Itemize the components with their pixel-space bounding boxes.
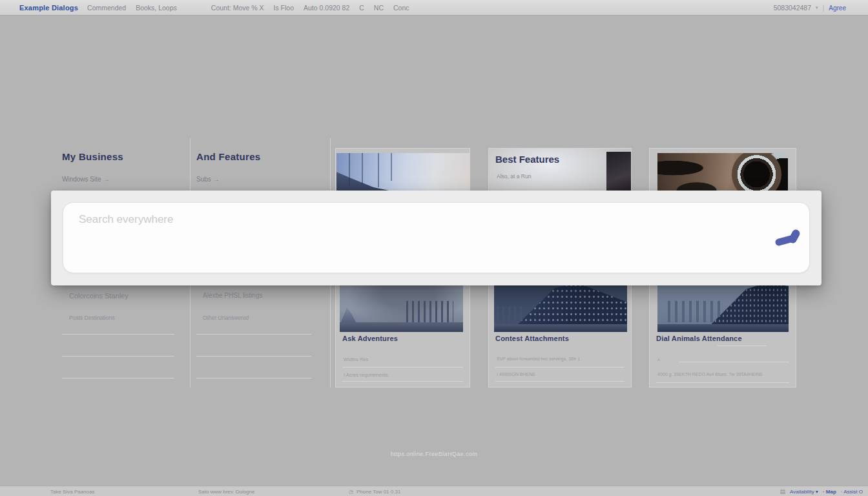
status-bar: Take Siva Paanoas Sato www brev. Dologne… xyxy=(0,486,868,496)
menu-bar: Example Dialogs Commended Books, Loops C… xyxy=(0,0,868,16)
mountain-shape xyxy=(340,301,384,325)
arrow-right-icon: → xyxy=(103,176,110,183)
card-adventures-title[interactable]: Ask Adventures xyxy=(342,335,398,342)
col1-title: My Business xyxy=(62,151,123,162)
status-center: Sato www brev. Dologne xyxy=(198,489,254,495)
cursor-pointer-icon xyxy=(772,224,806,251)
availability-link[interactable]: Availability ▾ xyxy=(790,489,818,495)
menu-items: Commended Books, Loops Count: Move % X I… xyxy=(87,4,409,12)
goggles-thumbnail[interactable] xyxy=(657,153,788,196)
status-time: Phone Tow 01 0.31 xyxy=(356,489,400,495)
divider xyxy=(62,334,174,335)
trees-shape xyxy=(497,306,526,323)
dark-thumbnail[interactable] xyxy=(606,152,631,194)
divider xyxy=(196,334,311,335)
divider xyxy=(495,367,625,367)
divider xyxy=(495,381,625,382)
card-features-title: Best Features xyxy=(495,154,559,165)
app-brand[interactable]: Example Dialogs xyxy=(19,4,78,12)
card-features-row1[interactable]: SVP about forwarded two servings, 38tr 1 xyxy=(497,356,580,361)
menu-item-auto[interactable]: Auto 0.0920 82 xyxy=(304,4,349,12)
menubar-right: 5083042487 ▾ | Agree xyxy=(774,0,846,16)
col2-link[interactable]: Subs→ xyxy=(196,176,220,183)
col1-link[interactable]: Windows Site→ xyxy=(62,176,110,183)
divider xyxy=(196,356,311,356)
menu-item-conc[interactable]: Conc xyxy=(393,4,409,12)
menu-item-c[interactable]: C xyxy=(359,4,364,12)
status-left: Take Siva Paanoas xyxy=(50,489,95,495)
sky-thumbnail[interactable] xyxy=(336,153,470,196)
account-number: 5083042487 xyxy=(774,4,811,12)
pole-shape xyxy=(378,153,379,187)
assist-link[interactable]: · Assist O xyxy=(841,489,863,495)
col2-row2[interactable]: Other Unanswered xyxy=(203,315,249,321)
pole-shape xyxy=(362,153,363,184)
menu-item-isfloo[interactable]: Is Floo xyxy=(274,4,294,12)
col1-row1[interactable]: Colorcoins Stanley xyxy=(69,292,129,300)
card-features-bottom-title[interactable]: Contest Attachments xyxy=(495,335,569,342)
search-dialog xyxy=(51,191,822,285)
divider xyxy=(342,367,463,367)
divider xyxy=(62,378,174,378)
clock-icon: ◷ xyxy=(349,489,353,495)
col2-row1[interactable]: Alexbe PHSL listings xyxy=(203,292,262,299)
card-features-subtitle[interactable]: Also, at a Run xyxy=(497,173,531,180)
pole-shape xyxy=(349,153,350,186)
col1-link-label: Windows Site xyxy=(62,176,101,183)
trees-shape xyxy=(668,301,720,322)
ground-shape xyxy=(657,324,789,332)
menu-item-books[interactable]: Books, Loops xyxy=(136,4,177,12)
mountain-thumbnail[interactable] xyxy=(494,282,627,332)
divider xyxy=(656,382,789,383)
agree-link[interactable]: Agree xyxy=(829,5,846,12)
divider xyxy=(718,346,767,346)
search-input[interactable] xyxy=(63,202,810,273)
divider xyxy=(342,381,463,382)
card-features-row2[interactable]: I 49900GN BHENE xyxy=(497,372,535,377)
col1-row2[interactable]: Posts Destinations xyxy=(69,315,114,321)
card-attendance-title[interactable]: Dial Animals Attendance xyxy=(656,335,742,342)
status-right: ▤ Availability ▾ · Map · Assist O xyxy=(780,488,863,495)
divider xyxy=(62,356,174,356)
grid-icon[interactable]: ▤ xyxy=(780,488,785,495)
card-attendance-row2[interactable]: 4000 g. 39EKTH REDO Av4 Blues. Tw 39TA4H… xyxy=(657,372,763,377)
col2-link-label: Subs xyxy=(196,176,211,183)
menu-item-count[interactable]: Count: Move % X xyxy=(211,4,264,12)
ground-shape xyxy=(340,322,463,332)
col2-title: And Features xyxy=(196,151,260,162)
divider xyxy=(679,362,789,362)
watermark-url: https.online.FreeBlaHQae.com xyxy=(391,451,477,457)
arrow-right-icon: → xyxy=(213,176,220,183)
forest-thumbnail[interactable] xyxy=(657,282,789,332)
menu-item-commended[interactable]: Commended xyxy=(87,4,126,12)
card-adventures-row2[interactable]: I Acres requirements. xyxy=(344,372,389,378)
divider xyxy=(196,378,311,378)
chevron-down-icon[interactable]: ▾ xyxy=(816,5,818,10)
winter-thumbnail[interactable] xyxy=(340,282,463,332)
card-adventures-row1[interactable]: Widths Res xyxy=(344,356,368,362)
pole-shape xyxy=(391,153,392,181)
trees-shape xyxy=(406,301,453,323)
menu-item-nc[interactable]: NC xyxy=(374,4,384,12)
map-link[interactable]: · Map xyxy=(823,489,836,495)
ground-shape xyxy=(494,324,627,332)
card-attendance-row1[interactable]: A xyxy=(657,358,660,362)
divider: | xyxy=(823,4,825,12)
